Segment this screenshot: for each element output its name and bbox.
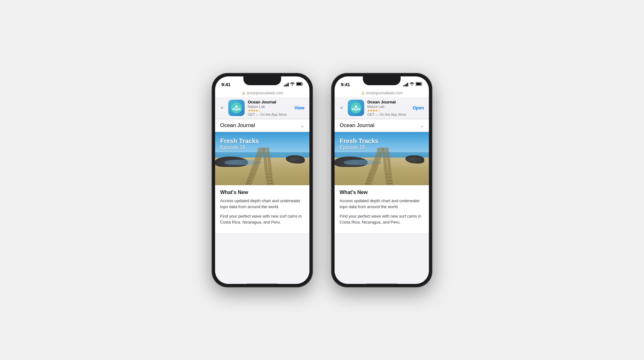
lock-icon-left: 🔒 bbox=[242, 91, 245, 95]
whats-new-p1-right: Access updated depth chart and underwate… bbox=[340, 198, 424, 210]
banner-subtitle-right: Nature Lab bbox=[367, 105, 408, 108]
banner-info-left: Ocean Journal Nature Lab ★★★★☆ GET — On … bbox=[248, 100, 290, 117]
page-title-text-left: Ocean Journal bbox=[220, 122, 255, 129]
hero-title-left: Fresh Tracks bbox=[220, 137, 259, 145]
banner-action-right[interactable]: Open bbox=[411, 105, 425, 110]
banner-info-right: Ocean Journal Nature Lab ★★★★☆ GET — On … bbox=[367, 100, 408, 117]
scroll-content-right[interactable]: Fresh Tracks Episode 18 What's New Acces… bbox=[335, 132, 429, 284]
svg-point-4 bbox=[235, 105, 238, 108]
hero-overlay-right: Fresh Tracks Episode 18 bbox=[340, 137, 378, 150]
url-text-right: oceanjournalweb.com bbox=[366, 91, 403, 95]
whats-new-p2-right: Find your perfect wave with new surf cam… bbox=[340, 213, 424, 225]
page-title-bar-right[interactable]: Ocean Journal ⌄ bbox=[335, 119, 429, 132]
banner-icon-left bbox=[228, 100, 245, 116]
banner-get-right: GET — On the App Store bbox=[367, 113, 408, 116]
smart-banner-right: ✕ bbox=[335, 97, 429, 119]
page-title-bar-left[interactable]: Ocean Journal ⌄ bbox=[215, 119, 309, 132]
hero-subtitle-left: Episode 18 bbox=[220, 145, 259, 150]
banner-stars-right: ★★★★☆ bbox=[367, 109, 408, 112]
screen-left: 9:41 bbox=[215, 76, 309, 284]
smart-banner-left: ✕ bbox=[215, 97, 309, 119]
svg-rect-2 bbox=[297, 83, 302, 85]
whats-new-left: What's New Access updated depth chart an… bbox=[215, 185, 309, 233]
hero-title-right: Fresh Tracks bbox=[340, 137, 378, 145]
home-indicator-right bbox=[366, 283, 397, 285]
whats-new-p1-left: Access updated depth chart and underwate… bbox=[220, 198, 304, 210]
signal-icon-right bbox=[403, 83, 408, 86]
battery-icon-left bbox=[296, 82, 303, 87]
banner-app-name-left: Ocean Journal bbox=[248, 100, 290, 105]
lock-icon-right: 🔒 bbox=[361, 91, 365, 95]
whats-new-p2-left: Find your perfect wave with new surf cam… bbox=[220, 213, 304, 225]
banner-stars-left: ★★★★☆ bbox=[248, 109, 290, 112]
banner-app-name-right: Ocean Journal bbox=[367, 100, 408, 105]
banner-action-left[interactable]: View bbox=[293, 105, 306, 110]
whats-new-right: What's New Access updated depth chart an… bbox=[335, 185, 429, 233]
url-text-left: oceanjournalweb.com bbox=[247, 91, 283, 95]
svg-rect-15 bbox=[416, 83, 421, 85]
banner-get-left: GET — On the App Store bbox=[248, 113, 290, 116]
chevron-icon-right: ⌄ bbox=[420, 123, 424, 129]
notch-left bbox=[243, 76, 281, 85]
banner-subtitle-left: Nature Lab bbox=[248, 105, 290, 108]
banner-close-right[interactable]: ✕ bbox=[338, 105, 345, 111]
svg-rect-14 bbox=[422, 83, 423, 85]
whats-new-title-right: What's New bbox=[340, 190, 424, 195]
status-time-left: 9:41 bbox=[221, 82, 230, 87]
whats-new-title-left: What's New bbox=[220, 190, 304, 195]
status-icons-right bbox=[403, 82, 423, 87]
status-time-right: 9:41 bbox=[341, 82, 350, 87]
hero-subtitle-right: Episode 18 bbox=[340, 145, 378, 150]
notch-right bbox=[363, 76, 401, 85]
status-icons-left bbox=[284, 82, 303, 87]
hero-image-right: Fresh Tracks Episode 18 bbox=[335, 132, 429, 185]
screen-right: 9:41 bbox=[335, 76, 429, 284]
svg-point-17 bbox=[355, 105, 357, 108]
phone-left: 9:41 bbox=[212, 73, 313, 287]
address-bar-left[interactable]: 🔒 oceanjournalweb.com bbox=[215, 90, 309, 97]
svg-rect-1 bbox=[303, 83, 303, 85]
page-title-text-right: Ocean Journal bbox=[340, 122, 375, 129]
wifi-icon-right bbox=[410, 82, 414, 87]
hero-overlay-left: Fresh Tracks Episode 18 bbox=[220, 137, 259, 150]
phone-right: 9:41 bbox=[331, 73, 432, 287]
banner-close-left[interactable]: ✕ bbox=[219, 105, 225, 111]
signal-icon-left bbox=[284, 83, 289, 86]
wifi-icon-left bbox=[290, 82, 295, 87]
phone-pair: 9:41 bbox=[212, 73, 432, 287]
scroll-content-left[interactable]: Fresh Tracks Episode 18 What's New Acces… bbox=[215, 132, 309, 284]
address-bar-right[interactable]: 🔒 oceanjournalweb.com bbox=[335, 90, 429, 97]
chevron-icon-left: ⌄ bbox=[300, 123, 304, 129]
battery-icon-right bbox=[416, 82, 423, 87]
home-indicator-left bbox=[247, 283, 278, 285]
banner-icon-right bbox=[348, 100, 364, 116]
hero-image-left: Fresh Tracks Episode 18 bbox=[215, 132, 309, 185]
